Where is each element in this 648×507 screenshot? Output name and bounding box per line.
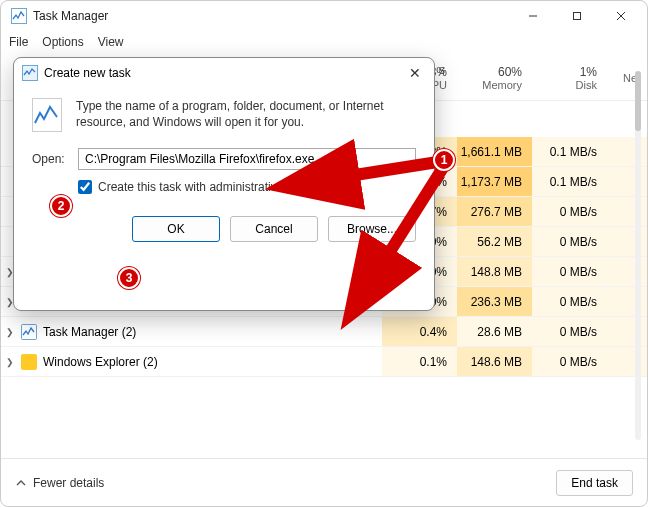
admin-checkbox[interactable]	[78, 180, 92, 194]
open-label: Open:	[32, 152, 68, 166]
table-row[interactable]: ❯ Task Manager (2) 0.4% 28.6 MB 0 MB/s	[1, 317, 647, 347]
close-button[interactable]	[599, 1, 643, 31]
annotation-badge-3: 3	[118, 267, 140, 289]
footer: Fewer details End task	[1, 458, 647, 506]
browse-button[interactable]: Browse...	[328, 216, 416, 242]
maximize-button[interactable]	[555, 1, 599, 31]
col-disk[interactable]: 1%Disk	[532, 53, 607, 100]
annotation-badge-1: 1	[433, 149, 455, 171]
cancel-button[interactable]: Cancel	[230, 216, 318, 242]
app-icon	[21, 354, 37, 370]
dialog-titlebar: Create new task ✕	[14, 58, 434, 88]
expand-icon[interactable]: ❯	[1, 327, 19, 337]
run-icon	[32, 98, 62, 132]
fewer-details-toggle[interactable]: Fewer details	[15, 476, 556, 490]
scrollbar[interactable]	[631, 61, 645, 450]
app-icon	[21, 324, 37, 340]
annotation-badge-2: 2	[50, 195, 72, 217]
admin-checkbox-label: Create this task with administrative pri…	[98, 180, 341, 194]
menu-view[interactable]: View	[98, 35, 124, 49]
menu-file[interactable]: File	[9, 35, 28, 49]
menu-options[interactable]: Options	[42, 35, 83, 49]
task-manager-icon	[11, 8, 27, 24]
dialog-close-button[interactable]: ✕	[404, 65, 426, 81]
dialog-message: Type the name of a program, folder, docu…	[76, 98, 416, 130]
titlebar: Task Manager	[1, 1, 647, 31]
window-title: Task Manager	[33, 9, 511, 23]
create-task-dialog: Create new task ✕ Type the name of a pro…	[13, 57, 435, 311]
dialog-icon	[22, 65, 38, 81]
table-row[interactable]: ❯ Windows Explorer (2) 0.1% 148.6 MB 0 M…	[1, 347, 647, 377]
open-input[interactable]	[78, 148, 416, 170]
chevron-up-icon	[15, 477, 27, 489]
menubar: File Options View	[1, 31, 647, 53]
end-task-button[interactable]: End task	[556, 470, 633, 496]
col-memory[interactable]: 60%Memory	[457, 53, 532, 100]
dialog-title: Create new task	[44, 66, 404, 80]
minimize-button[interactable]	[511, 1, 555, 31]
status-col-hint: s	[439, 63, 445, 77]
svg-rect-2	[574, 13, 581, 20]
expand-icon[interactable]: ❯	[1, 357, 19, 367]
ok-button[interactable]: OK	[132, 216, 220, 242]
